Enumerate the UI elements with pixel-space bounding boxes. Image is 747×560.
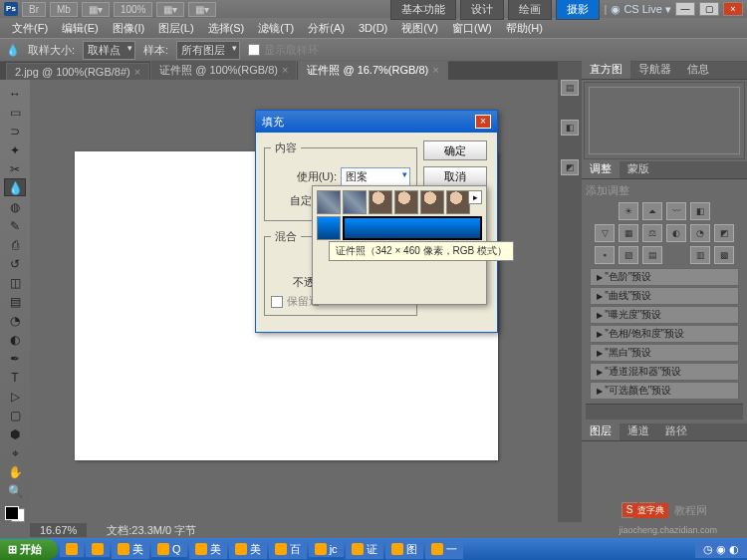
tab-histogram[interactable]: 直方图	[582, 60, 630, 79]
pen-tool[interactable]: ✒	[4, 349, 26, 367]
show-ring-checkbox[interactable]: 显示取样环	[248, 43, 319, 58]
invert-icon[interactable]: ▪	[595, 246, 615, 264]
gradient-map-icon[interactable]: ▥	[690, 246, 710, 264]
tab-adjust[interactable]: 调整	[582, 159, 620, 178]
heal-tool[interactable]: ◍	[4, 197, 26, 215]
marquee-tool[interactable]: ▭	[4, 103, 26, 121]
exposure-icon[interactable]: ◧	[690, 202, 710, 220]
menu-filter[interactable]: 滤镜(T)	[252, 19, 300, 38]
curves-icon[interactable]: 〰	[666, 202, 686, 220]
pattern-thumb[interactable]	[446, 190, 470, 214]
gradient-tool[interactable]: ▤	[4, 292, 26, 310]
doc-tab-0[interactable]: 2.jpg @ 100%(RGB/8#)×	[6, 63, 149, 80]
preset-item[interactable]: "可选颜色"预设	[590, 382, 739, 400]
menu-3d[interactable]: 3D(D)	[353, 20, 393, 36]
levels-icon[interactable]: ⏶	[642, 202, 662, 220]
tab-navigator[interactable]: 导航器	[630, 60, 679, 79]
menu-image[interactable]: 图像(I)	[107, 19, 150, 38]
tab-info[interactable]: 信息	[679, 60, 717, 79]
preset-item[interactable]: "色阶"预设	[590, 268, 739, 286]
threshold-icon[interactable]: ▤	[642, 246, 662, 264]
balance-icon[interactable]: ⚖	[642, 224, 662, 242]
shape-tool[interactable]: ▢	[4, 406, 26, 423]
screen-mode-button[interactable]: ▦▾	[82, 2, 110, 17]
dialog-titlebar[interactable]: 填充 ×	[256, 111, 497, 133]
blur-tool[interactable]: ◔	[4, 311, 26, 329]
dock-icon-1[interactable]: ▤	[561, 80, 579, 96]
pattern-thumb[interactable]	[343, 190, 367, 214]
hand-tool[interactable]: ✋	[4, 462, 26, 480]
mode-tab-basic[interactable]: 基本功能	[390, 0, 456, 20]
lasso-tool[interactable]: ⊃	[4, 122, 26, 140]
history-brush-tool[interactable]: ↺	[4, 254, 26, 272]
task-item[interactable]: 美	[229, 540, 267, 559]
3d-tool[interactable]: ⬢	[4, 424, 26, 442]
doc-tab-1[interactable]: 证件照 @ 100%(RGB/8)×	[150, 60, 297, 80]
selective-icon[interactable]: ▩	[714, 246, 734, 264]
preset-item[interactable]: "黑白"预设	[590, 344, 739, 362]
zoom-field[interactable]: 16.67%	[30, 523, 87, 537]
menu-edit[interactable]: 编辑(E)	[56, 19, 105, 38]
preset-item[interactable]: "通道混和器"预设	[590, 363, 739, 381]
task-item[interactable]	[86, 541, 110, 557]
menu-window[interactable]: 窗口(W)	[446, 19, 498, 38]
mode-tab-paint[interactable]: 绘画	[508, 0, 552, 20]
crop-tool[interactable]: ✂	[4, 159, 26, 177]
task-item[interactable]: 图	[385, 540, 423, 559]
mixer-icon[interactable]: ◩	[714, 224, 734, 242]
mb-button[interactable]: Mb	[50, 2, 78, 17]
task-item[interactable]: Q	[151, 541, 187, 557]
preset-item[interactable]: "曝光度"预设	[590, 306, 739, 324]
ok-button[interactable]: 确定	[423, 140, 487, 160]
cancel-button[interactable]: 取消	[423, 166, 487, 186]
preset-item[interactable]: "曲线"预设	[590, 287, 739, 305]
close-icon[interactable]: ×	[134, 66, 140, 78]
pattern-thumb[interactable]	[369, 190, 392, 214]
color-swatch[interactable]	[5, 506, 25, 522]
view-extras-button[interactable]: ▦▾	[156, 2, 184, 17]
start-button[interactable]: ⊞ 开始	[0, 539, 58, 560]
brightness-icon[interactable]: ☀	[619, 202, 638, 220]
close-icon[interactable]: ×	[282, 64, 288, 76]
dodge-tool[interactable]: ◐	[4, 330, 26, 348]
dock-icon-2[interactable]: ◧	[561, 120, 579, 136]
eraser-tool[interactable]: ◫	[4, 273, 26, 291]
pattern-thumb[interactable]	[317, 216, 341, 240]
mode-tab-design[interactable]: 设计	[460, 0, 504, 20]
br-button[interactable]: Br	[22, 2, 46, 17]
menu-select[interactable]: 选择(S)	[202, 19, 251, 38]
sample-size-select[interactable]: 取样点	[83, 41, 135, 60]
task-item[interactable]	[60, 541, 84, 557]
tab-layers[interactable]: 图层	[582, 421, 620, 440]
vibrance-icon[interactable]: ▽	[595, 224, 615, 242]
tab-mask[interactable]: 蒙版	[620, 159, 657, 178]
maximize-button[interactable]: ▢	[699, 2, 719, 16]
path-tool[interactable]: ▷	[4, 387, 26, 405]
preset-item[interactable]: "色相/饱和度"预设	[590, 325, 739, 343]
task-item[interactable]: 一	[425, 540, 463, 559]
task-item[interactable]: jc	[309, 541, 344, 557]
task-item[interactable]: 证	[346, 540, 383, 559]
brush-tool[interactable]: ✎	[4, 216, 26, 234]
mode-tab-photo[interactable]: 摄影	[556, 0, 600, 20]
menu-view[interactable]: 视图(V)	[395, 19, 444, 38]
pattern-thumb[interactable]	[317, 190, 341, 214]
stamp-tool[interactable]: ⎙	[4, 235, 26, 253]
minimize-button[interactable]: —	[675, 2, 695, 16]
poster-icon[interactable]: ▨	[619, 246, 638, 264]
menu-help[interactable]: 帮助(H)	[500, 19, 549, 38]
3d-cam-tool[interactable]: ⌖	[4, 443, 26, 461]
menu-analysis[interactable]: 分析(A)	[302, 19, 351, 38]
zoom-select[interactable]: 100%	[114, 2, 153, 17]
hue-icon[interactable]: ▦	[619, 224, 638, 242]
pattern-thumb[interactable]	[394, 190, 418, 214]
close-button[interactable]: ×	[723, 2, 743, 16]
task-item[interactable]: 百	[269, 540, 307, 559]
type-tool[interactable]: T	[4, 368, 26, 386]
pattern-thumb-selected[interactable]	[343, 216, 482, 240]
tab-paths[interactable]: 路径	[657, 421, 695, 440]
photo-filter-icon[interactable]: ◔	[690, 224, 710, 242]
sample-select[interactable]: 所有图层	[176, 41, 240, 60]
doc-tab-2[interactable]: 证件照 @ 16.7%(RGB/8)×	[298, 60, 447, 80]
arrange-button[interactable]: ▦▾	[188, 2, 216, 17]
